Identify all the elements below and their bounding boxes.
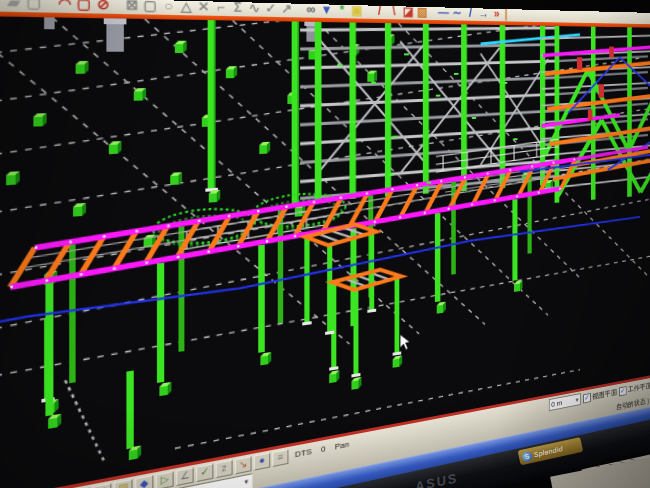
toolbar-icon[interactable]: ▼ bbox=[319, 2, 334, 18]
toolbar-icon[interactable]: → bbox=[477, 6, 490, 21]
toolbar-icon[interactable]: ✓ bbox=[263, 1, 279, 17]
erected-columns bbox=[41, 17, 305, 476]
toolbar-icon[interactable]: ⊘ bbox=[94, 0, 113, 14]
checkbox-check-icon: ✓ bbox=[619, 386, 626, 396]
sticker-orb-icon: S bbox=[521, 450, 533, 462]
photo-of-monitor: ▰▢◠▢⊘⊠▢○△✕⌐Σ∿✓↗∞▼*▣/\◪▨—∼/→»▏ bbox=[0, 0, 650, 488]
checkbox-check-icon: ✓ bbox=[583, 393, 591, 404]
snap-depth-value: 0 m bbox=[551, 399, 562, 409]
toolbar-icon[interactable]: ◠ bbox=[55, 0, 75, 13]
toolbar-icon[interactable]: ○ bbox=[159, 0, 177, 15]
toolbar-icon[interactable]: ▢ bbox=[74, 0, 93, 13]
snap-toggle-button[interactable]: ∠ bbox=[176, 467, 194, 486]
chevron-down-icon: ▾ bbox=[244, 477, 248, 486]
toolbar-icon[interactable]: Σ bbox=[229, 0, 246, 16]
snap-toggle-button[interactable]: ✓ bbox=[196, 463, 213, 482]
count-indicator: 0 bbox=[321, 444, 326, 454]
snap-toggle-button[interactable]: z bbox=[216, 459, 233, 478]
snap-toggle-button[interactable]: ↘ bbox=[235, 456, 252, 474]
screen: ▰▢◠▢⊘⊠▢○△✕⌐Σ∿✓↗∞▼*▣/\◪▨—∼/→»▏ bbox=[0, 0, 650, 488]
toolbar-icon[interactable]: ▏ bbox=[503, 7, 516, 21]
toolbar-icon[interactable]: ◪ bbox=[401, 4, 415, 19]
toolbar-icon[interactable]: ∞ bbox=[303, 2, 319, 18]
mouse-cursor bbox=[400, 333, 409, 350]
toolbar-icon[interactable]: — bbox=[437, 5, 451, 20]
snap-toggle-button[interactable]: ✕ bbox=[92, 482, 111, 488]
braced-tower bbox=[542, 26, 650, 204]
toolbar-icon[interactable]: / bbox=[464, 6, 477, 21]
toolbar-icon[interactable]: * bbox=[334, 3, 349, 19]
toolbar-icon[interactable]: ▰ bbox=[3, 0, 24, 12]
toolbar-icon[interactable]: ▢ bbox=[24, 0, 44, 13]
snap-toggle-button[interactable]: ▧ bbox=[114, 478, 133, 488]
toolbar-icon[interactable]: ✕ bbox=[195, 0, 212, 16]
toolbar-icon[interactable]: △ bbox=[177, 0, 195, 15]
snap-toggle-button[interactable]: ▷ bbox=[156, 470, 174, 488]
snap-toggle-button[interactable]: ● bbox=[254, 452, 270, 470]
toolbar-icon[interactable]: ▣ bbox=[349, 3, 364, 19]
snap-toggle-button[interactable]: ◆ bbox=[135, 474, 153, 488]
snap-toggle-button[interactable]: ≡ bbox=[272, 449, 288, 467]
chevron-down-icon: ▾ bbox=[576, 396, 579, 404]
toolbar-icon[interactable]: ∿ bbox=[246, 0, 263, 17]
toolbar-icon[interactable]: ∼ bbox=[450, 6, 463, 21]
toolbar-icon[interactable]: ▨ bbox=[415, 5, 429, 20]
pan-indicator: Pan bbox=[335, 439, 349, 451]
toolbar-icon[interactable]: ⊠ bbox=[123, 0, 142, 14]
dts-indicator: DTS bbox=[295, 447, 312, 460]
toolbar-icon[interactable]: ↗ bbox=[279, 1, 295, 17]
toolbar-icon[interactable]: / bbox=[372, 4, 387, 20]
toolbar-icon[interactable]: \ bbox=[387, 4, 401, 19]
toolbar-icon[interactable]: ▢ bbox=[141, 0, 159, 15]
toolbar-icon[interactable]: ⌐ bbox=[212, 0, 229, 16]
asus-logo: ASUS bbox=[413, 470, 459, 488]
toolbar-icon[interactable]: » bbox=[490, 7, 503, 22]
sticker-text: Splendid bbox=[533, 445, 563, 458]
